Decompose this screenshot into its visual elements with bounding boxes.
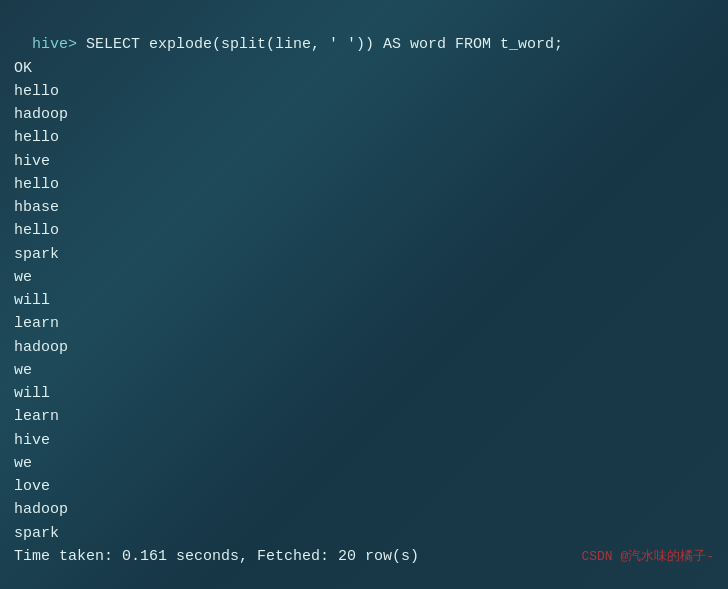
output-line: spark xyxy=(14,243,714,266)
output-line: hadoop xyxy=(14,498,714,521)
prompt-label: hive> xyxy=(32,36,77,53)
output-line: will xyxy=(14,382,714,405)
watermark: CSDN @汽水味的橘子- xyxy=(581,547,714,567)
terminal-window: hive> SELECT explode(split(line, ' ')) A… xyxy=(14,10,714,57)
output-line: hello xyxy=(14,126,714,149)
output-line: hadoop xyxy=(14,336,714,359)
output-line: hello xyxy=(14,219,714,242)
output-line: we xyxy=(14,266,714,289)
output-line: we xyxy=(14,359,714,382)
command-text: SELECT explode(split(line, ' ')) AS word… xyxy=(77,36,563,53)
output-line: will xyxy=(14,289,714,312)
ok-line: OK xyxy=(14,57,714,80)
output-line: hbase xyxy=(14,196,714,219)
output-line: love xyxy=(14,475,714,498)
output-line: hello xyxy=(14,80,714,103)
output-line: hive xyxy=(14,429,714,452)
output-line: hello xyxy=(14,173,714,196)
output-line: hadoop xyxy=(14,103,714,126)
output-line: learn xyxy=(14,312,714,335)
output-container: hellohadoophellohivehellohbasehellospark… xyxy=(14,80,714,545)
output-line: spark xyxy=(14,522,714,545)
output-line: we xyxy=(14,452,714,475)
output-line: learn xyxy=(14,405,714,428)
output-line: hive xyxy=(14,150,714,173)
